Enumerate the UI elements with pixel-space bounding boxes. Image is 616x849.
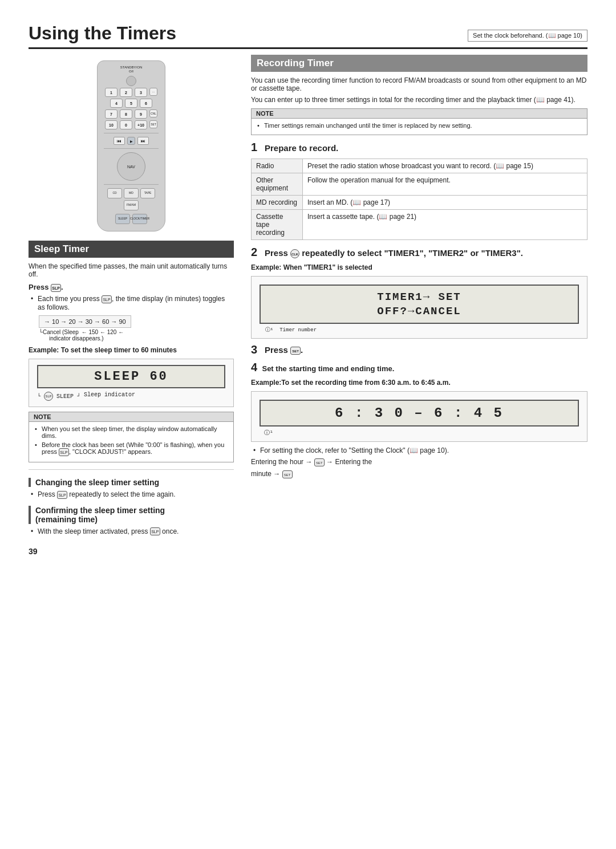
- num-row-3: 7 8 9 CNL: [105, 109, 157, 119]
- step2-num: 2: [251, 246, 261, 259]
- timer-number-label: ⓘ¹ Timer number: [265, 326, 579, 334]
- set-icon: SET: [290, 347, 301, 355]
- remote-illustration: STANDBY/ONO/I 1 2 3 ··· 4 5 6 7 8 9: [29, 60, 234, 231]
- btn-3: 3: [135, 88, 147, 97]
- btn-9: 9: [135, 109, 147, 119]
- cd-btn: CD: [107, 188, 122, 198]
- step1-heading: 1 Prepare to record.: [251, 141, 587, 154]
- power-btn: [126, 76, 136, 86]
- changing-bullet: Press SLP repeatedly to select the time …: [29, 490, 234, 499]
- table-row-md: MD recording Insert an MD. (📖 page 17): [252, 196, 587, 210]
- recording-note-content: Timer settings remain unchanged until th…: [252, 119, 587, 135]
- next-btn: ⏭: [137, 137, 149, 145]
- sleep-display: SLEEP 60: [37, 365, 225, 388]
- step2-example-label: Example: When "TIMER1" is selected: [251, 263, 587, 271]
- btn-10: 10: [105, 120, 117, 129]
- step4-heading: 4 Set the starting time and ending time.: [251, 361, 587, 374]
- cancel-btn: CNL: [149, 109, 157, 117]
- prev-btn: ⏮: [114, 137, 125, 145]
- sleep-bullet1: Each time you press SLP, the time displa…: [29, 295, 234, 311]
- instruction-radio: Preset the radio station whose broadcast…: [303, 159, 587, 173]
- device-md: MD recording: [252, 196, 303, 210]
- note1: When you set the sleep timer, the displa…: [35, 425, 228, 439]
- sleep-icon2: SLP: [102, 295, 112, 303]
- bottom-btns: CD MD TAPE FM/AM: [101, 188, 161, 210]
- right-column: Recording Timer You can use the recordin…: [251, 55, 587, 556]
- separator3: [104, 184, 158, 185]
- entering-minute-line: minute → SET: [251, 470, 587, 478]
- timer1-display: TIMER1→ SET OFF?→CANCEL: [260, 285, 579, 324]
- btn-5: 5: [125, 99, 137, 108]
- title-text: Using the Timers: [29, 23, 176, 44]
- sleep-note-box: NOTE When you set the sleep timer, the d…: [29, 412, 234, 462]
- recording-intro2: You can enter up to three timer settings…: [251, 96, 587, 104]
- table-row-cassette: Cassette tape recording Insert a cassett…: [252, 210, 587, 240]
- btn-extra1: ···: [149, 88, 157, 96]
- num-row-4: 10 0 +10 SET: [105, 120, 157, 129]
- play-btn: ▶: [127, 137, 135, 145]
- btn-plus10: +10: [135, 120, 147, 129]
- num-row-2: 4 5 6: [110, 99, 152, 108]
- step2-heading: 2 Press CLK repeatedly to select "TIMER1…: [251, 246, 587, 259]
- sleep-icon3: SLP: [59, 448, 69, 456]
- sleep-diagram: SLEEP 60 └ SLP SLEEP ┘ Sleep indicator: [29, 359, 234, 407]
- step1-label: Prepare to record.: [265, 143, 338, 153]
- device-radio: Radio: [252, 159, 303, 173]
- device-cassette: Cassette tape recording: [252, 210, 303, 240]
- confirming-title: Confirming the sleep timer setting(remai…: [35, 506, 234, 524]
- recording-note-box: NOTE Timer settings remain unchanged unt…: [251, 108, 587, 135]
- changing-section: Changing the sleep timer setting: [29, 478, 234, 487]
- recording-note-header: NOTE: [252, 109, 587, 119]
- separator1: [104, 133, 158, 133]
- step4-label: Set the starting time and ending time.: [262, 364, 394, 373]
- press-instruction: Press SLP.: [29, 283, 234, 292]
- time-diagram: 6 : 3 0 – 6 : 4 5 ⓘ¹: [251, 391, 587, 442]
- btn-7: 7: [105, 109, 117, 119]
- page-number: 39: [29, 547, 234, 556]
- tape-btn: TAPE: [140, 188, 155, 198]
- confirming-section: Confirming the sleep timer setting(remai…: [29, 506, 234, 524]
- device-other: Other equipment: [252, 173, 303, 196]
- for-setting-clock: For setting the clock, refer to "Setting…: [251, 446, 587, 454]
- step2-label: Press CLK repeatedly to select "TIMER1",…: [265, 248, 523, 258]
- time-icon-label: ⓘ¹: [264, 429, 579, 437]
- recording-intro1: You can use the recording timer function…: [251, 76, 587, 92]
- clock-btn-remote: CLOCK/TIMER: [132, 214, 147, 224]
- changing-title: Changing the sleep timer setting: [35, 478, 234, 487]
- md-btn: MD: [124, 188, 139, 198]
- last-row: SLEEP CLOCK/TIMER: [115, 214, 147, 224]
- btn-4: 4: [110, 99, 123, 108]
- left-column: STANDBY/ONO/I 1 2 3 ··· 4 5 6 7 8 9: [29, 55, 234, 556]
- note-content: When you set the sleep timer, the displa…: [29, 422, 233, 462]
- btn-8: 8: [120, 109, 132, 119]
- instruction-other: Follow the operation manual for the equi…: [303, 173, 587, 196]
- main-layout: STANDBY/ONO/I 1 2 3 ··· 4 5 6 7 8 9: [29, 55, 587, 556]
- note2: Before the clock has been set (While "0:…: [35, 441, 228, 456]
- recording-note1: Timer settings remain unchanged until th…: [257, 122, 581, 129]
- cancel-line: └Cancel (Sleep ← 150 ← 120 ←: [39, 329, 234, 335]
- sleep-intro: When the specified time passes, the main…: [29, 262, 234, 278]
- tuner-btn: FM/AM: [124, 200, 139, 210]
- step3-label: Press SET.: [265, 345, 303, 355]
- transport-row: ⏮ ▶ ⏭: [114, 137, 149, 145]
- diagram-labels: └ SLP SLEEP ┘ Sleep indicator: [37, 392, 225, 401]
- title-note: Set the clock beforehand. (📖 page 10): [468, 30, 587, 42]
- table-row-radio: Radio Preset the radio station whose bro…: [252, 159, 587, 173]
- time-display: 6 : 3 0 – 6 : 4 5: [260, 400, 579, 426]
- btn-0: 0: [120, 120, 132, 129]
- sleep-btn-remote: SLEEP: [115, 214, 130, 224]
- step3-heading: 3 Press SET.: [251, 343, 587, 356]
- remote-top-label: STANDBY/ONO/I: [120, 66, 143, 73]
- sleep-icon5: SLP: [150, 527, 160, 535]
- num-row-1: 1 2 3 ···: [105, 88, 157, 97]
- sleep-icon-inline: SLP: [51, 284, 61, 292]
- set-btn: SET: [149, 120, 157, 128]
- instruction-md: Insert an MD. (📖 page 17): [303, 196, 587, 210]
- step3-num: 3: [251, 343, 261, 356]
- instruction-cassette: Insert a cassette tape. (📖 page 21): [303, 210, 587, 240]
- rule1: [29, 469, 234, 470]
- btn-6: 6: [140, 99, 152, 108]
- sleep-icon4: SLP: [57, 491, 67, 499]
- step1-table: Radio Preset the radio station whose bro…: [251, 159, 587, 240]
- page-title: Using the Timers Set the clock beforehan…: [29, 23, 587, 49]
